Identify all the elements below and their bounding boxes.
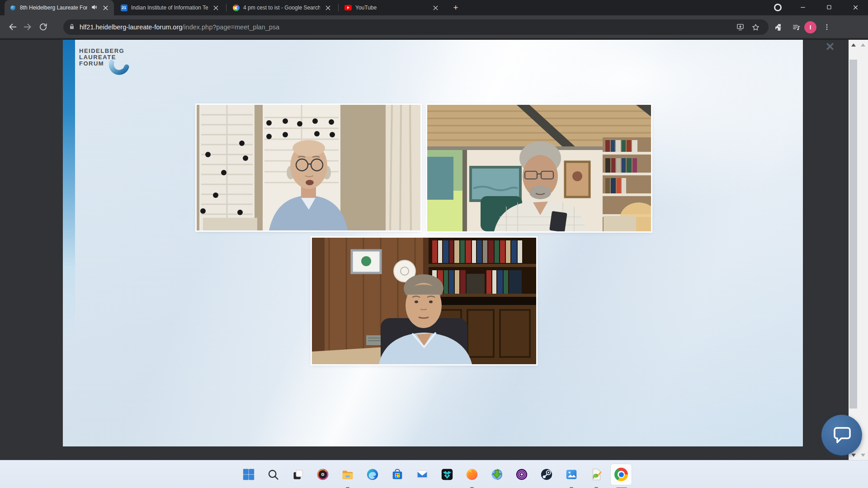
window-scrollbar[interactable] (858, 40, 868, 460)
media-playlist-icon[interactable] (788, 19, 804, 35)
scroll-up-icon[interactable] (849, 41, 858, 49)
chat-bubble-button[interactable] (821, 415, 862, 455)
back-icon[interactable] (5, 19, 20, 34)
hlf-blue-dot-icon (9, 4, 16, 11)
youtube-icon (344, 4, 352, 11)
page-scrollbar[interactable] (849, 40, 858, 460)
extensions-puzzle-icon[interactable] (771, 19, 786, 35)
profile-avatar[interactable]: I (804, 21, 816, 33)
tab-close-icon[interactable] (324, 4, 332, 12)
scrollbar-thumb[interactable] (849, 60, 857, 408)
tab-close-icon[interactable] (212, 4, 220, 12)
new-tab-button[interactable]: + (449, 1, 462, 14)
tab-close-icon[interactable] (431, 4, 439, 12)
google-calendar-icon: 21 (120, 4, 127, 11)
page-left-blue-stripe (63, 40, 75, 446)
firefox-button[interactable] (461, 464, 483, 485)
microsoft-store-button[interactable] (387, 464, 408, 485)
maximize-button[interactable] (819, 0, 840, 14)
tor-browser-button[interactable] (511, 464, 533, 485)
url-host: hlf21.heidelberg-laureate-forum.org (80, 23, 182, 31)
overlay-close-icon[interactable]: ✕ (823, 40, 837, 53)
participant-video-bottom (312, 238, 536, 364)
tab-search-button[interactable] (774, 4, 782, 11)
notepad-plus-plus-button[interactable] (585, 464, 607, 485)
lock-icon[interactable] (69, 23, 75, 32)
browser-viewport: HEIDELBERG LAUREATE FORUM (0, 40, 868, 460)
tab-youtube[interactable]: YouTube (340, 0, 444, 15)
participant-video-top-right (427, 105, 651, 231)
browser-toolbar: hlf21.heidelberg-laureate-forum.org/inde… (0, 15, 868, 39)
tab-title: 4 pm cest to ist - Google Search (243, 5, 320, 11)
minimize-button[interactable] (793, 0, 813, 14)
install-app-icon[interactable] (732, 19, 748, 35)
predator-button[interactable] (436, 464, 458, 485)
chrome-button[interactable] (610, 464, 632, 485)
edge-button[interactable] (362, 464, 383, 485)
url-path: /index.php?page=meet_plan_psa (182, 23, 279, 31)
menu-dots-icon[interactable] (819, 19, 835, 35)
windows-taskbar: ENG 9:39 PM 9/21/2021 (0, 460, 868, 488)
idm-button[interactable] (486, 464, 508, 485)
file-explorer-button[interactable] (337, 464, 359, 485)
tab-separator (226, 4, 226, 11)
tab-title: YouTube (355, 5, 428, 11)
address-bar[interactable]: hlf21.heidelberg-laureate-forum.org/inde… (63, 19, 769, 35)
search-button[interactable] (262, 464, 284, 485)
tab-close-icon[interactable] (101, 4, 109, 12)
tab-strip: 8th Heidelberg Laureate Foru 21 Indian I… (0, 0, 868, 15)
bookmark-star-icon[interactable] (748, 19, 763, 35)
tab-iiit[interactable]: 21 Indian Institute of Information Te (116, 0, 224, 15)
scroll-down-icon[interactable] (858, 451, 868, 459)
chrome-icon (614, 468, 628, 481)
hlf-webpage: HEIDELBERG LAUREATE FORUM (63, 40, 803, 446)
forward-icon[interactable] (20, 19, 35, 34)
close-window-button[interactable] (845, 0, 866, 14)
tab-audio-icon[interactable] (91, 4, 98, 12)
task-view-button[interactable] (287, 464, 309, 485)
reload-icon[interactable] (35, 19, 51, 34)
hlf-swoosh-icon (105, 59, 132, 81)
tab-title: 8th Heidelberg Laureate Foru (20, 5, 87, 11)
participant-video-top-left (197, 105, 420, 230)
google-g-icon (232, 4, 240, 11)
start-button[interactable] (238, 464, 259, 485)
mail-button[interactable] (411, 464, 433, 485)
tab-separator (338, 4, 339, 11)
tab-google-search[interactable]: 4 pm cest to ist - Google Search (228, 0, 336, 15)
screen: 8th Heidelberg Laureate Foru 21 Indian I… (0, 0, 868, 488)
logo-line: HEIDELBERG (79, 48, 124, 54)
disc-recorder-app-icon[interactable] (312, 464, 334, 485)
steam-button[interactable] (536, 464, 557, 485)
scroll-up-icon[interactable] (858, 41, 868, 49)
photos-button[interactable] (561, 464, 582, 485)
tab-title: Indian Institute of Information Te (131, 5, 208, 11)
chat-bubble-icon (831, 425, 852, 445)
tab-hlf[interactable]: 8th Heidelberg Laureate Foru (5, 0, 114, 15)
